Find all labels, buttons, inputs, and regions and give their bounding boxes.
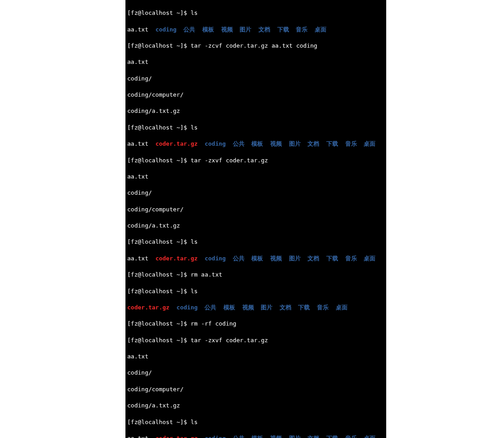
dir-name: 下载: [298, 304, 310, 311]
shell-prompt: [fz@localhost ~]$: [127, 271, 191, 278]
dir-name: 视频: [242, 304, 254, 311]
file-name: aa.txt: [127, 26, 148, 33]
command-text: tar -zxvf coder.tar.gz: [191, 157, 268, 164]
shell-prompt: [fz@localhost ~]$: [127, 238, 191, 245]
dir-name: 桌面: [336, 304, 348, 311]
shell-prompt: [fz@localhost ~]$: [127, 124, 191, 131]
dir-name: 文档: [308, 140, 319, 147]
dir-name: 模板: [251, 140, 263, 147]
command-text: ls: [191, 419, 198, 425]
dir-name: coding: [205, 255, 226, 262]
dir-name: coding: [205, 140, 226, 147]
file-name: aa.txt: [127, 435, 148, 438]
shell-prompt: [fz@localhost ~]$: [127, 9, 191, 16]
command-text: tar -zcvf coder.tar.gz aa.txt coding: [191, 42, 317, 49]
output-line: coding/: [127, 189, 384, 197]
archive-name: coder.tar.gz: [156, 255, 198, 262]
output-line: coding/computer/: [127, 385, 384, 393]
terminal-output-1: [fz@localhost ~]$ ls aa.txt coding 公共 模板…: [125, 0, 386, 438]
dir-name: 图片: [240, 26, 251, 33]
dir-name: 模板: [223, 304, 235, 311]
command-text: tar -zxvf coder.tar.gz: [191, 337, 268, 344]
dir-name: 桌面: [364, 255, 375, 262]
archive-name: coder.tar.gz: [156, 435, 198, 438]
output-line: aa.txt: [127, 353, 384, 361]
output-line: aa.txt: [127, 173, 384, 181]
dir-name: 图片: [289, 140, 301, 147]
dir-name: 视频: [270, 255, 282, 262]
dir-name: 文档: [308, 435, 319, 438]
dir-name: 模板: [202, 26, 214, 33]
shell-prompt: [fz@localhost ~]$: [127, 419, 191, 425]
dir-name: 桌面: [364, 140, 375, 147]
archive-name: coder.tar.gz: [156, 140, 198, 147]
archive-name: coder.tar.gz: [127, 304, 169, 311]
shell-prompt: [fz@localhost ~]$: [127, 337, 191, 344]
output-line: coding/computer/: [127, 206, 384, 214]
output-line: aa.txt: [127, 58, 384, 66]
dir-name: 视频: [221, 26, 233, 33]
dir-name: coding: [177, 304, 198, 311]
dir-name: 模板: [251, 255, 263, 262]
dir-name: 下载: [277, 26, 289, 33]
command-text: ls: [191, 238, 198, 245]
output-line: coding/computer/: [127, 91, 384, 99]
dir-name: 文档: [280, 304, 291, 311]
dir-name: 音乐: [296, 26, 308, 33]
dir-name: 视频: [270, 435, 282, 438]
file-name: aa.txt: [127, 255, 148, 262]
dir-name: 公共: [233, 255, 245, 262]
dir-name: 下载: [326, 435, 338, 438]
output-line: coding/: [127, 369, 384, 377]
command-text: ls: [191, 9, 198, 16]
output-line: coding/a.txt.gz: [127, 222, 384, 230]
dir-name: 公共: [205, 304, 216, 311]
shell-prompt: [fz@localhost ~]$: [127, 157, 191, 164]
shell-prompt: [fz@localhost ~]$: [127, 320, 191, 327]
file-name: aa.txt: [127, 140, 148, 147]
dir-name: coding: [205, 435, 226, 438]
dir-name: 音乐: [317, 304, 329, 311]
command-text: ls: [191, 124, 198, 131]
dir-name: 文档: [259, 26, 270, 33]
output-line: coding/a.txt.gz: [127, 107, 384, 115]
dir-name: 音乐: [345, 435, 357, 438]
dir-name: 图片: [261, 304, 272, 311]
command-text: rm -rf coding: [191, 320, 236, 327]
dir-name: 视频: [270, 140, 282, 147]
dir-name: 下载: [326, 255, 338, 262]
dir-name: 模板: [251, 435, 263, 438]
output-line: coding/a.txt.gz: [127, 402, 384, 410]
dir-name: 图片: [289, 435, 301, 438]
shell-prompt: [fz@localhost ~]$: [127, 42, 191, 49]
output-line: coding/: [127, 75, 384, 83]
dir-name: 下载: [326, 140, 338, 147]
dir-name: 文档: [308, 255, 319, 262]
dir-name: 公共: [233, 140, 245, 147]
dir-name: 音乐: [345, 255, 357, 262]
dir-name: coding: [156, 26, 177, 33]
shell-prompt: [fz@localhost ~]$: [127, 288, 191, 295]
dir-name: 公共: [233, 435, 245, 438]
dir-name: 桌面: [364, 435, 375, 438]
command-text: ls: [191, 288, 198, 295]
dir-name: 公共: [183, 26, 195, 33]
command-text: rm aa.txt: [191, 271, 222, 278]
dir-name: 音乐: [345, 140, 357, 147]
dir-name: 桌面: [315, 26, 326, 33]
dir-name: 图片: [289, 255, 301, 262]
